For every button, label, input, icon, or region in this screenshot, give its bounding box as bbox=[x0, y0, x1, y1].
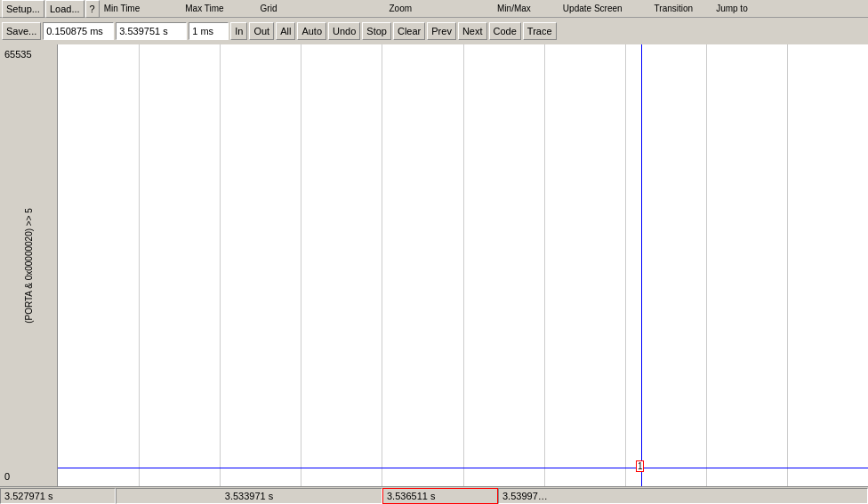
next-button[interactable]: Next bbox=[458, 22, 487, 40]
grid-line bbox=[625, 44, 626, 486]
max-time-label: Max Time bbox=[185, 4, 223, 13]
cursor-line bbox=[641, 44, 642, 486]
update-screen-top-label: Update Screen bbox=[563, 4, 623, 13]
grid-line bbox=[544, 44, 545, 486]
grid-line bbox=[787, 44, 788, 486]
grid-top-label: Grid bbox=[261, 4, 277, 13]
prev-button[interactable]: Prev bbox=[427, 22, 456, 40]
load-button[interactable]: Load... bbox=[45, 0, 84, 18]
status-time1: 3.527971 s bbox=[0, 488, 116, 504]
status-time4: 3.53997… bbox=[498, 488, 868, 504]
min-time-label: Min Time bbox=[104, 4, 141, 13]
status-bar: 3.527971 s 3.533971 s 3.536511 s 3.53997… bbox=[0, 486, 868, 504]
transition-top-label: Transition bbox=[655, 4, 694, 13]
status-time3: 3.536511 s bbox=[382, 488, 498, 504]
grid-line bbox=[220, 44, 221, 486]
clear-button[interactable]: Clear bbox=[393, 22, 425, 40]
cursor-marker: 1 bbox=[636, 460, 645, 472]
grid-line bbox=[463, 44, 464, 486]
grid-field: 1 ms bbox=[189, 22, 229, 40]
save-button[interactable]: Save... bbox=[2, 22, 41, 40]
signal-label-area: 65535 (PORTA & 0x00000020) >> 5 0 bbox=[0, 44, 58, 486]
zoom-top-label: Zoom bbox=[390, 4, 413, 13]
signal-label: (PORTA & 0x00000020) >> 5 bbox=[24, 208, 34, 324]
zoom-all-button[interactable]: All bbox=[276, 22, 295, 40]
setup-button[interactable]: Setup... bbox=[2, 0, 44, 18]
waveform-area[interactable]: 1 bbox=[58, 44, 868, 486]
zoom-undo-button[interactable]: Undo bbox=[328, 22, 360, 40]
grid-line bbox=[301, 44, 301, 486]
min-time-field: 0.150875 ms bbox=[43, 22, 114, 40]
signal-value-bottom: 0 bbox=[4, 471, 10, 482]
zoom-auto-button[interactable]: Auto bbox=[297, 22, 326, 40]
zoom-out-button[interactable]: Out bbox=[249, 22, 274, 40]
trace-button[interactable]: Trace bbox=[523, 22, 557, 40]
stop-button[interactable]: Stop bbox=[362, 22, 391, 40]
jump-to-top-label: Jump to bbox=[716, 4, 748, 13]
max-time-field: 3.539751 s bbox=[116, 22, 187, 40]
minmax-top-label: Min/Max bbox=[497, 4, 531, 13]
help-button[interactable]: ? bbox=[85, 0, 100, 18]
signal-value-top: 65535 bbox=[4, 49, 32, 60]
grid-line bbox=[706, 44, 707, 486]
waveform-signal bbox=[58, 468, 868, 468]
grid-line bbox=[139, 44, 140, 486]
code-button[interactable]: Code bbox=[489, 22, 521, 40]
grid-line bbox=[382, 44, 382, 486]
zoom-in-button[interactable]: In bbox=[230, 22, 247, 40]
status-time2: 3.533971 s bbox=[116, 488, 382, 504]
